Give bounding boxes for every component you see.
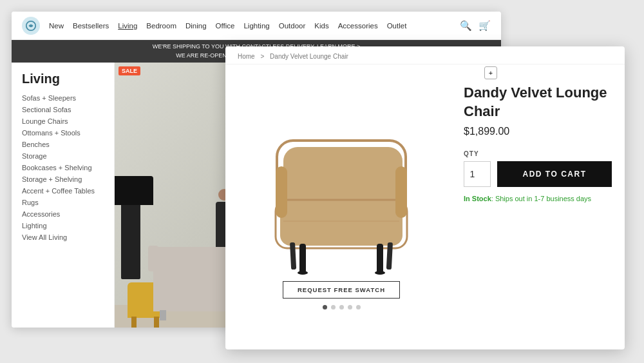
product-info: Dandy Velvet Lounge Chair $1,899.00 QTY … xyxy=(457,64,625,347)
site-logo xyxy=(22,17,40,35)
site-nav: New Bestsellers Living Bedroom Dining Of… xyxy=(49,22,460,30)
dot-3[interactable] xyxy=(339,305,344,309)
nav-accessories[interactable]: Accessories xyxy=(338,22,378,30)
nav-living[interactable]: Living xyxy=(118,22,137,30)
breadcrumb-separator: > xyxy=(260,53,264,60)
sidebar-item-ottomans[interactable]: Ottomans + Stools xyxy=(22,129,104,137)
sidebar-item-lighting[interactable]: Lighting xyxy=(22,222,104,230)
sidebar-item-accessories[interactable]: Accessories xyxy=(22,210,104,218)
sidebar-item-storage[interactable]: Storage xyxy=(22,152,104,160)
dot-2[interactable] xyxy=(331,305,336,309)
nav-office[interactable]: Office xyxy=(216,22,235,30)
svg-rect-10 xyxy=(386,242,393,270)
qty-row: ADD TO CART xyxy=(464,161,612,187)
nav-lighting[interactable]: Lighting xyxy=(243,22,269,30)
product-image-area: REQUEST FREE SWATCH xyxy=(225,64,457,347)
sidebar-item-view-all[interactable]: View All Living xyxy=(22,233,104,241)
image-dots xyxy=(323,305,361,309)
nav-bestsellers[interactable]: Bestsellers xyxy=(73,22,109,30)
site-header: New Bestsellers Living Bedroom Dining Of… xyxy=(12,12,501,40)
sidebar-item-sofas[interactable]: Sofas + Sleepers xyxy=(22,94,104,102)
dot-1[interactable] xyxy=(323,305,327,309)
nav-kids[interactable]: Kids xyxy=(314,22,328,30)
hero-lamp xyxy=(121,202,140,279)
sidebar-item-accent[interactable]: Accent + Coffee Tables xyxy=(22,187,104,195)
product-price: $1,899.00 xyxy=(464,126,612,137)
stock-text: : Ships out in 1-7 business days xyxy=(491,195,591,202)
svg-rect-3 xyxy=(280,204,402,246)
breadcrumb-current: Dandy Velvet Lounge Chair xyxy=(270,53,348,60)
sidebar-item-sectional[interactable]: Sectional Sofas xyxy=(22,106,104,113)
nav-outdoor[interactable]: Outdoor xyxy=(279,22,306,30)
breadcrumb-home[interactable]: Home xyxy=(238,53,255,60)
breadcrumb: Home > Dandy Velvet Lounge Chair xyxy=(225,46,625,64)
expand-button[interactable]: + xyxy=(484,66,497,79)
product-title: Dandy Velvet Lounge Chair xyxy=(464,84,612,121)
dot-5[interactable] xyxy=(356,305,361,309)
nav-new[interactable]: New xyxy=(49,22,64,30)
search-icon[interactable]: 🔍 xyxy=(460,20,472,32)
product-image xyxy=(251,108,431,276)
sidebar: Living Sofas + Sleepers Sectional Sofas … xyxy=(12,63,115,328)
qty-label: QTY xyxy=(464,150,612,157)
svg-rect-6 xyxy=(395,166,407,218)
sale-badge: SALE xyxy=(118,66,140,75)
sidebar-item-bookcases[interactable]: Bookcases + Shelving xyxy=(22,164,104,172)
stock-bold: In Stock xyxy=(464,195,491,202)
svg-rect-9 xyxy=(290,242,296,270)
chair-illustration xyxy=(264,128,419,276)
sidebar-item-rugs[interactable]: Rugs xyxy=(22,199,104,206)
header-icons: 🔍 🛒 xyxy=(460,20,491,32)
dot-4[interactable] xyxy=(348,305,352,309)
sidebar-title: Living xyxy=(22,72,104,86)
svg-point-11 xyxy=(298,271,308,275)
nav-dining[interactable]: Dining xyxy=(185,22,207,30)
svg-rect-7 xyxy=(299,244,306,273)
front-window: Home > Dandy Velvet Lounge Chair xyxy=(225,46,625,349)
sidebar-item-benches[interactable]: Benches xyxy=(22,141,104,148)
sidebar-item-lounge[interactable]: Lounge Chairs xyxy=(22,117,104,125)
request-swatch-button[interactable]: REQUEST FREE SWATCH xyxy=(283,281,400,299)
nav-outlet[interactable]: Outlet xyxy=(387,22,407,30)
nav-bedroom[interactable]: Bedroom xyxy=(146,22,176,30)
stock-status: In Stock: Ships out in 1-7 business days xyxy=(464,195,612,202)
add-to-cart-button[interactable]: ADD TO CART xyxy=(497,161,612,187)
svg-point-12 xyxy=(375,271,385,275)
svg-rect-8 xyxy=(377,244,383,273)
svg-rect-5 xyxy=(276,166,287,218)
product-layout: REQUEST FREE SWATCH Dandy Velvet Lounge … xyxy=(225,64,625,347)
qty-input[interactable] xyxy=(464,161,491,187)
cart-icon[interactable]: 🛒 xyxy=(478,20,491,32)
sidebar-item-storage-shelving[interactable]: Storage + Shelving xyxy=(22,175,104,183)
